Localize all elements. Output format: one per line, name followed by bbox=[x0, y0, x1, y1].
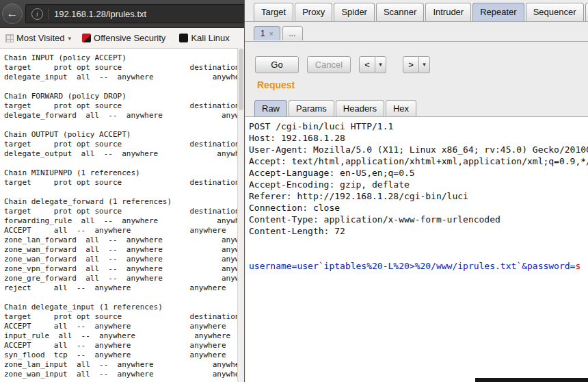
url-separator bbox=[48, 8, 49, 20]
history-back-button[interactable]: < ▾ bbox=[359, 56, 386, 73]
repeater-tab-label: ... bbox=[289, 29, 296, 38]
most-visited-icon bbox=[5, 34, 14, 42]
vertical-scrollbar[interactable] bbox=[237, 48, 244, 382]
tab-headers[interactable]: Headers bbox=[336, 100, 384, 116]
request-text[interactable]: POST /cgi-bin/luci HTTP/1.1 Host: 192.16… bbox=[245, 117, 588, 272]
request-body-param: username=user`iptables%20-L%20>%20/www/i… bbox=[249, 261, 575, 271]
close-icon[interactable]: × bbox=[269, 30, 273, 38]
page-content-iptables: Chain INPUT (policy ACCEPT) target prot … bbox=[0, 48, 237, 382]
info-icon[interactable]: i bbox=[31, 8, 43, 20]
bookmarks-bar: Most Visited ▾ Offensive Security Kali L… bbox=[0, 28, 244, 49]
tab-decoder[interactable]: Decoder bbox=[585, 3, 588, 21]
url-text[interactable]: 192.168.1.28/iprules.txt bbox=[54, 9, 146, 19]
repeater-item-tabs: 1× ... bbox=[254, 26, 305, 40]
cancel-button[interactable]: Cancel bbox=[307, 56, 351, 73]
offensive-security-icon bbox=[82, 34, 91, 42]
browser-window: ← i 192.168.1.28/iprules.txt Most Visite… bbox=[0, 0, 244, 382]
tab-proxy[interactable]: Proxy bbox=[295, 3, 332, 21]
tab-repeater[interactable]: Repeater bbox=[472, 3, 524, 21]
history-forward-label[interactable]: > bbox=[403, 56, 419, 73]
kali-linux-icon bbox=[179, 34, 188, 42]
burp-main-tabs: Target Proxy Spider Scanner Intruder Rep… bbox=[254, 3, 588, 21]
history-back-label[interactable]: < bbox=[359, 56, 375, 73]
tab-hex[interactable]: Hex bbox=[386, 100, 416, 116]
tab-params[interactable]: Params bbox=[289, 100, 334, 116]
chevron-down-icon: ▾ bbox=[68, 35, 72, 42]
bookmark-offensive-security[interactable]: Offensive Security bbox=[82, 33, 168, 43]
chevron-down-icon[interactable]: ▾ bbox=[419, 56, 430, 73]
tab-target[interactable]: Target bbox=[254, 3, 293, 21]
request-body-value: s bbox=[575, 261, 580, 271]
tab-scanner[interactable]: Scanner bbox=[376, 3, 424, 21]
scrollbar-thumb[interactable] bbox=[239, 49, 243, 110]
tab-intruder[interactable]: Intruder bbox=[425, 3, 471, 21]
history-forward-button[interactable]: > ▾ bbox=[403, 56, 430, 73]
browser-toolbar: ← i 192.168.1.28/iprules.txt bbox=[0, 0, 244, 28]
chevron-down-icon[interactable]: ▾ bbox=[375, 56, 386, 73]
back-button[interactable]: ← bbox=[2, 3, 23, 24]
tab-raw[interactable]: Raw bbox=[254, 100, 287, 116]
go-button[interactable]: Go bbox=[255, 56, 299, 73]
repeater-tab-more[interactable]: ... bbox=[282, 26, 303, 40]
repeater-tab-1[interactable]: 1× bbox=[254, 26, 280, 40]
repeater-tab-label: 1 bbox=[260, 29, 265, 38]
bookmark-label: Most Visited bbox=[16, 33, 65, 43]
window-edge bbox=[475, 378, 588, 382]
bookmark-kali-linux[interactable]: Kali Linux bbox=[179, 33, 232, 43]
tab-spider[interactable]: Spider bbox=[334, 3, 375, 21]
divider bbox=[245, 41, 588, 42]
request-view-tabs: Raw Params Headers Hex bbox=[254, 100, 418, 116]
bookmark-label: Offensive Security bbox=[94, 33, 165, 43]
tab-sequencer[interactable]: Sequencer bbox=[526, 3, 584, 21]
burp-suite-window: Target Proxy Spider Scanner Intruder Rep… bbox=[244, 0, 588, 382]
request-headers: POST /cgi-bin/luci HTTP/1.1 Host: 192.16… bbox=[249, 121, 588, 236]
request-section-title: Request bbox=[257, 79, 295, 90]
request-editor[interactable]: POST /cgi-bin/luci HTTP/1.1 Host: 192.16… bbox=[245, 117, 588, 382]
back-icon: ← bbox=[7, 7, 18, 20]
url-bar[interactable]: i 192.168.1.28/iprules.txt bbox=[25, 4, 244, 23]
divider bbox=[245, 21, 588, 22]
bookmark-most-visited[interactable]: Most Visited ▾ bbox=[5, 33, 71, 43]
bookmark-label: Kali Linux bbox=[191, 33, 229, 43]
